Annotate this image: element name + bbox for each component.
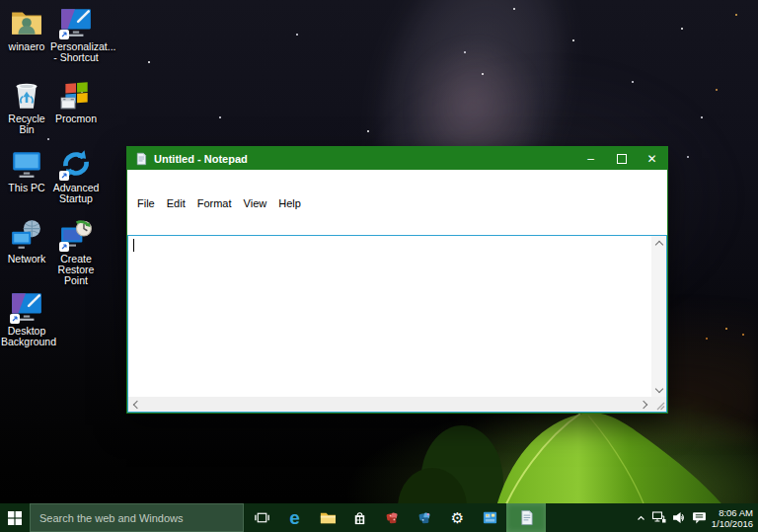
vertical-scrollbar[interactable] xyxy=(651,236,666,397)
desktop-icon-label: Network xyxy=(1,254,52,265)
close-button[interactable]: ✕ xyxy=(637,147,667,170)
restore-point-icon xyxy=(59,218,93,252)
notepad-text-area[interactable] xyxy=(127,235,667,413)
edge-icon: e xyxy=(289,508,300,527)
shortcut-arrow-badge xyxy=(10,314,20,324)
volume-tray-button[interactable] xyxy=(672,511,687,524)
settings-button[interactable]: ⚙ xyxy=(441,503,474,532)
notepad-app-icon xyxy=(134,152,148,166)
system-tray: 8:06 AM 1/10/2016 xyxy=(636,503,756,532)
recycle-bin-icon xyxy=(10,78,43,112)
menu-help[interactable]: Help xyxy=(272,195,307,211)
network-tray-button[interactable] xyxy=(651,511,667,524)
photos-button[interactable] xyxy=(474,503,506,532)
desktop-icon-create-restore-point[interactable]: CreateRestore Point xyxy=(50,218,102,286)
action-center-icon xyxy=(692,511,707,524)
desktop-icon-this-pc[interactable]: This PC xyxy=(1,147,52,193)
shortcut-arrow-badge xyxy=(59,30,69,39)
desktop-icon-personalization-shortcut[interactable]: Personalizat...- Shortcut xyxy=(50,6,102,63)
gear-icon: ⚙ xyxy=(451,510,464,525)
edge-button[interactable]: e xyxy=(278,503,311,532)
file-explorer-button[interactable] xyxy=(311,503,343,532)
chevron-left-icon xyxy=(133,400,141,408)
taskbar: e ⚙ xyxy=(0,503,758,532)
desktop-icon-label: CreateRestore Point xyxy=(50,254,102,286)
shortcut-arrow-badge xyxy=(59,171,69,181)
bright-stars xyxy=(0,0,2,2)
start-button[interactable] xyxy=(0,503,30,532)
app-blue-icon xyxy=(417,509,433,526)
store-button[interactable] xyxy=(343,503,376,532)
chevron-up-icon xyxy=(654,241,662,249)
procmon-windows-flag-icon xyxy=(59,78,93,112)
scroll-right-button[interactable] xyxy=(637,397,651,412)
taskbar-pinned-apps: e ⚙ xyxy=(246,503,546,532)
desktop-background-icon xyxy=(10,290,43,324)
resize-grip[interactable] xyxy=(651,397,666,412)
scroll-down-button[interactable] xyxy=(651,382,666,397)
desktop-icon-label: Personalizat...- Shortcut xyxy=(50,41,102,63)
horizontal-scrollbar[interactable] xyxy=(128,397,651,412)
network-globe-icon xyxy=(10,218,43,252)
desktop-icon-label: Procmon xyxy=(50,114,102,124)
task-view-button[interactable] xyxy=(246,503,278,532)
taskbar-clock[interactable]: 8:06 AM 1/10/2016 xyxy=(712,507,756,529)
notepad-menubar: File Edit Format View Help xyxy=(127,170,667,235)
desktop-icon-advanced-startup[interactable]: AdvancedStartup xyxy=(50,147,102,204)
windows-desktop: winaero Personalizat...- Shortcut Recycl… xyxy=(0,0,758,532)
this-pc-monitor-icon xyxy=(10,147,43,181)
personalization-icon xyxy=(59,6,93,39)
resize-grip-icon xyxy=(651,397,666,412)
desktop-icon-label: winaero xyxy=(1,41,52,52)
windows-logo-icon xyxy=(8,511,22,525)
desktop-icon-desktop-background[interactable]: DesktopBackground xyxy=(1,290,52,347)
desktop-icon-procmon[interactable]: Procmon xyxy=(50,78,102,124)
maximize-button[interactable] xyxy=(606,147,637,170)
menu-edit[interactable]: Edit xyxy=(161,195,191,211)
minimize-button[interactable]: – xyxy=(575,147,606,170)
desktop-icon-label: This PC xyxy=(1,183,52,193)
app-red-button[interactable] xyxy=(376,503,409,532)
app-red-icon xyxy=(384,509,401,526)
desktop-icon-label: AdvancedStartup xyxy=(50,183,102,204)
photos-icon xyxy=(482,509,498,526)
text-caret xyxy=(133,239,134,252)
desktop-icon-network[interactable]: Network xyxy=(1,218,52,265)
scroll-left-button[interactable] xyxy=(128,397,143,412)
scroll-up-button[interactable] xyxy=(651,236,666,251)
shortcut-arrow-badge xyxy=(59,242,69,252)
notepad-window: Untitled - Notepad – ✕ File Edit Format … xyxy=(126,146,668,414)
window-controls: – ✕ xyxy=(575,147,667,170)
chevron-up-icon xyxy=(636,513,646,523)
tray-date: 1/10/2016 xyxy=(712,518,753,529)
menu-view[interactable]: View xyxy=(238,195,273,211)
file-explorer-icon xyxy=(319,509,336,526)
menu-format[interactable]: Format xyxy=(191,195,238,211)
store-icon xyxy=(351,509,368,526)
winaero-folder-icon xyxy=(10,6,43,39)
window-title: Untitled - Notepad xyxy=(154,153,248,165)
speaker-icon xyxy=(672,511,687,524)
minimize-icon: – xyxy=(587,152,594,166)
chevron-down-icon xyxy=(654,384,662,392)
star-field xyxy=(0,0,1,1)
notepad-taskbar-button[interactable] xyxy=(506,503,546,532)
menu-file[interactable]: File xyxy=(131,195,161,211)
desktop-icon-recycle-bin[interactable]: Recycle Bin xyxy=(1,78,52,135)
advanced-startup-refresh-icon xyxy=(59,147,93,181)
app-blue-button[interactable] xyxy=(409,503,441,532)
tray-time: 8:06 AM xyxy=(712,507,753,518)
close-icon: ✕ xyxy=(646,152,656,166)
desktop-icon-winaero[interactable]: winaero xyxy=(1,6,52,52)
notepad-titlebar[interactable]: Untitled - Notepad – ✕ xyxy=(127,147,667,170)
taskbar-search-input[interactable] xyxy=(30,503,244,532)
notepad-icon xyxy=(518,509,535,526)
maximize-icon xyxy=(617,154,627,164)
chevron-right-icon xyxy=(639,400,646,408)
action-center-button[interactable] xyxy=(692,511,707,524)
show-hidden-icons-button[interactable] xyxy=(636,513,646,523)
desktop-icon-label: DesktopBackground xyxy=(1,326,52,347)
distant-lights xyxy=(0,0,2,2)
desktop-icon-label: Recycle Bin xyxy=(1,114,52,135)
task-view-icon xyxy=(254,509,270,526)
